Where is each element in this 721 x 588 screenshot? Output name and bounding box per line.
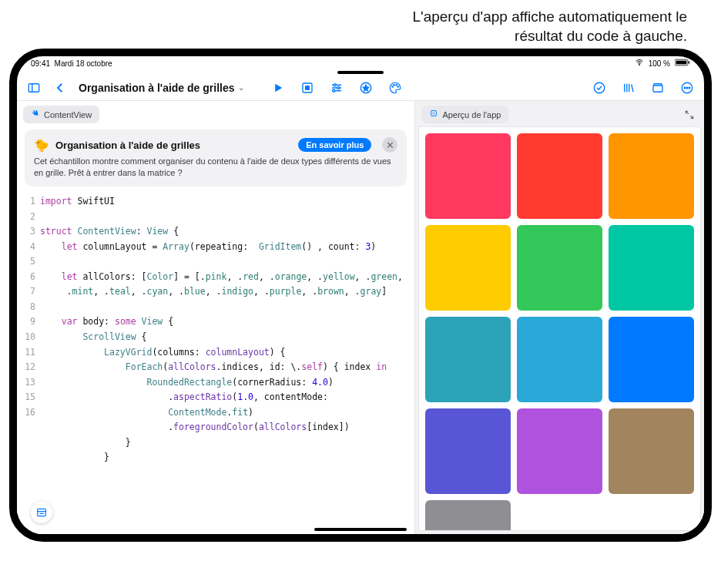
multitask-pill[interactable]: [337, 71, 384, 74]
color-tile: [517, 317, 602, 402]
color-tile: [517, 225, 602, 311]
color-tile: [425, 500, 511, 532]
library-icon[interactable]: [621, 80, 636, 96]
play-icon[interactable]: [270, 80, 286, 96]
toolbar: Organisation à l'aide de grilles⌄: [17, 75, 704, 101]
status-time-date: 09:41 Mardi 18 octobre: [31, 59, 112, 68]
app-preview-icon: [429, 109, 438, 120]
learn-more-button[interactable]: En savoir plus: [298, 138, 371, 152]
color-tile: [609, 225, 694, 311]
close-info-button[interactable]: ✕: [382, 137, 397, 153]
svg-marker-6: [275, 84, 282, 92]
palette-icon[interactable]: [387, 80, 403, 96]
info-card: 🐤 Organisation à l'aide de grilles En sa…: [25, 129, 407, 186]
svg-point-20: [397, 86, 399, 88]
svg-line-25: [632, 84, 633, 92]
preview-tab-label: Aperçu de l'app: [442, 110, 501, 119]
wifi-icon: [635, 58, 644, 69]
svg-rect-31: [38, 509, 46, 516]
svg-point-29: [686, 87, 688, 89]
status-bar: 09:41 Mardi 18 octobre 100 %: [17, 56, 704, 70]
svg-point-14: [332, 89, 334, 92]
info-title: Organisation à l'aide de grilles: [55, 139, 292, 151]
color-tile: [517, 133, 602, 219]
home-indicator[interactable]: [314, 528, 407, 531]
stop-icon[interactable]: [300, 80, 315, 96]
callout-text: L'aperçu d'app affiche automatiquement l…: [102, 8, 687, 45]
svg-rect-3: [689, 62, 690, 64]
sliders-icon[interactable]: [329, 80, 344, 96]
file-tab[interactable]: ContentView: [23, 106, 99, 123]
color-tile: [425, 225, 511, 311]
sample-emoji-icon: 🐤: [34, 138, 49, 153]
svg-point-18: [393, 84, 394, 86]
color-tile: [609, 133, 694, 219]
color-tile: [425, 317, 511, 402]
color-tile: [425, 408, 511, 494]
svg-rect-26: [653, 86, 662, 92]
expand-preview-button[interactable]: [681, 106, 698, 123]
svg-marker-16: [363, 85, 369, 91]
svg-point-19: [395, 84, 397, 86]
color-tile: [517, 408, 602, 494]
preview-tab[interactable]: Aperçu de l'app: [421, 106, 508, 123]
svg-rect-34: [431, 111, 437, 116]
archive-icon[interactable]: [650, 80, 666, 96]
info-body: Cet échantillon montre comment organiser…: [34, 156, 397, 179]
svg-point-30: [689, 87, 690, 89]
svg-rect-4: [29, 84, 39, 92]
battery-icon: [675, 59, 690, 68]
check-circle-icon[interactable]: [592, 80, 607, 96]
color-tile: [425, 133, 511, 219]
svg-point-28: [684, 87, 686, 89]
svg-point-17: [391, 86, 393, 88]
star-icon[interactable]: [358, 80, 374, 96]
file-tab-label: ContentView: [44, 110, 92, 119]
swift-icon: [31, 109, 40, 120]
back-chevron-icon[interactable]: [52, 80, 68, 96]
color-tile: [609, 408, 694, 494]
preview-pane: Aperçu de l'app: [415, 101, 704, 534]
svg-point-21: [594, 82, 605, 93]
svg-rect-2: [676, 61, 687, 65]
code-editor[interactable]: 123456789101112131516 import SwiftUI str…: [17, 191, 414, 534]
sidebar-toggle-icon[interactable]: [26, 80, 42, 96]
battery-text: 100 %: [649, 59, 670, 68]
document-title[interactable]: Organisation à l'aide de grilles⌄: [79, 82, 244, 94]
ipad-device-frame: 09:41 Mardi 18 octobre 100 %: [9, 49, 712, 542]
svg-rect-8: [305, 86, 309, 90]
color-tile: [609, 317, 694, 402]
svg-point-12: [334, 84, 336, 86]
svg-point-13: [337, 86, 339, 89]
code-editor-pane: ContentView 🐤 Organisation à l'aide de g…: [17, 101, 415, 534]
svg-point-0: [639, 65, 639, 66]
more-icon[interactable]: [679, 80, 695, 96]
chevron-down-icon: ⌄: [238, 83, 244, 92]
app-preview-canvas: [418, 126, 701, 531]
